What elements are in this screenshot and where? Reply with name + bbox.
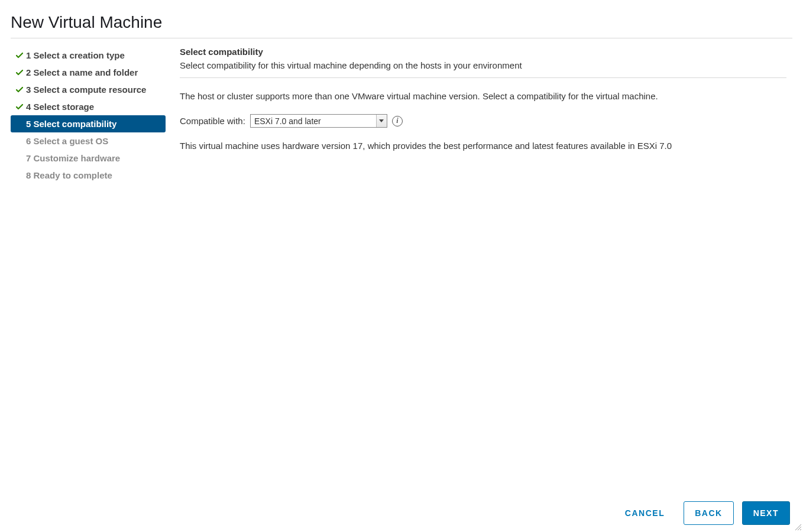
wizard-title: New Virtual Machine: [11, 13, 792, 38]
step-compatibility[interactable]: 5 Select compatibility: [11, 115, 166, 132]
check-icon: [14, 104, 25, 110]
compatibility-label: Compatible with:: [180, 116, 245, 126]
next-button[interactable]: NEXT: [742, 501, 790, 525]
step-name-folder[interactable]: 2 Select a name and folder: [11, 64, 166, 81]
wizard-content: Select compatibility Select compatibilit…: [180, 47, 792, 184]
compatibility-select[interactable]: ESXi 7.0 and later: [250, 114, 387, 128]
step-label: 3 Select a compute resource: [26, 85, 146, 95]
step-storage[interactable]: 4 Select storage: [11, 98, 166, 115]
wizard-footer: CANCEL BACK NEXT: [614, 501, 790, 525]
check-icon: [14, 70, 25, 76]
step-compute-resource[interactable]: 3 Select a compute resource: [11, 81, 166, 98]
step-creation-type[interactable]: 1 Select a creation type: [11, 47, 166, 64]
step-label: 2 Select a name and folder: [26, 67, 138, 77]
content-subheading: Select compatibility for this virtual ma…: [180, 60, 786, 78]
svg-line-2: [800, 529, 801, 530]
content-description: The host or cluster supports more than o…: [180, 91, 786, 101]
step-customize-hardware: 7 Customize hardware: [11, 150, 166, 167]
resize-grip-icon[interactable]: [794, 523, 802, 531]
step-ready-complete: 8 Ready to complete: [11, 167, 166, 184]
step-label: 6 Select a guest OS: [26, 136, 108, 146]
step-label: 1 Select a creation type: [26, 50, 125, 60]
step-label: 7 Customize hardware: [26, 153, 120, 163]
hardware-version-hint: This virtual machine uses hardware versi…: [180, 141, 786, 151]
cancel-button[interactable]: CANCEL: [614, 501, 675, 525]
step-label: 4 Select storage: [26, 102, 94, 112]
check-icon: [14, 87, 25, 93]
check-icon: [14, 53, 25, 59]
step-label: 8 Ready to complete: [26, 170, 112, 180]
back-button[interactable]: BACK: [684, 501, 733, 525]
content-heading: Select compatibility: [180, 47, 786, 57]
step-guest-os: 6 Select a guest OS: [11, 132, 166, 150]
wizard-steps-sidebar: 1 Select a creation type 2 Select a name…: [11, 47, 166, 184]
info-icon[interactable]: i: [392, 116, 403, 126]
step-label: 5 Select compatibility: [26, 119, 116, 129]
